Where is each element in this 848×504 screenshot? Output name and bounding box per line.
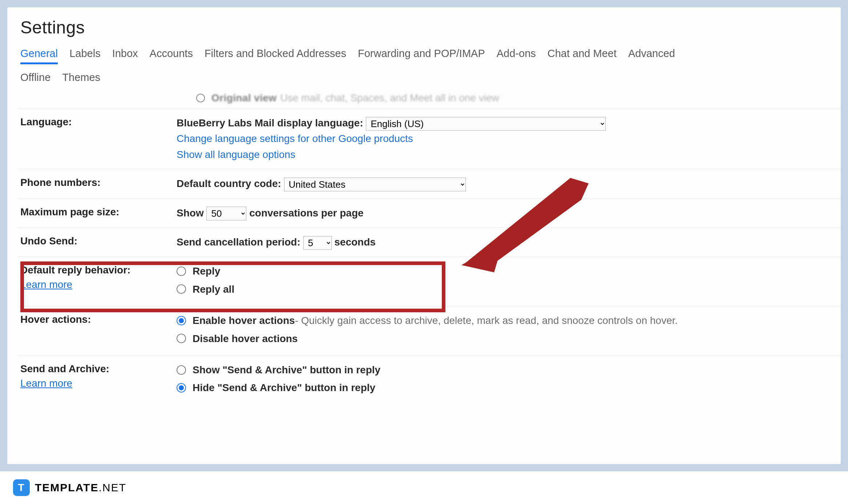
hover-value: Enable hover actions - Quickly gain acce… — [177, 313, 828, 349]
reply-value: Reply Reply all — [177, 263, 828, 299]
reply-label: Default reply behavior: — [20, 264, 130, 276]
footer-brand-bar: T TEMPLATE.NET — [0, 471, 848, 504]
reply-all-radio[interactable] — [177, 284, 186, 294]
tabs-row-2: Offline Themes — [20, 69, 828, 92]
show-all-language-link[interactable]: Show all language options — [177, 149, 295, 160]
row-hover-actions: Hover actions: Enable hover actions - Qu… — [18, 306, 841, 355]
page-size-value: Show 50 conversations per page — [177, 205, 828, 221]
country-code-select[interactable]: United States — [284, 178, 466, 191]
reply-label-col: Default reply behavior: Learn more — [20, 263, 177, 292]
row-language: Language: BlueBerry Labs Mail display la… — [18, 108, 841, 169]
cutoff-desc: Use mail, chat, Spaces, and Meet all in … — [280, 92, 499, 104]
enable-hover-desc: - Quickly gain access to archive, delete… — [295, 313, 678, 328]
tab-inbox[interactable]: Inbox — [112, 48, 138, 64]
tab-labels[interactable]: Labels — [69, 48, 100, 64]
tab-offline[interactable]: Offline — [20, 72, 51, 86]
footer-brand-tld: .NET — [98, 481, 126, 493]
phone-label: Phone numbers: — [20, 176, 177, 190]
language-label: Language: — [20, 115, 177, 129]
footer-logo-icon: T — [13, 479, 30, 496]
page-size-select[interactable]: 50 — [206, 207, 246, 220]
tab-accounts[interactable]: Accounts — [150, 48, 193, 64]
footer-brand-strong: TEMPLATE — [35, 481, 98, 493]
tab-forwarding[interactable]: Forwarding and POP/IMAP — [358, 48, 485, 64]
undo-send-label: Undo Send: — [20, 234, 177, 248]
phone-value: Default country code: United States — [177, 176, 828, 191]
row-phone: Phone numbers: Default country code: Uni… — [18, 169, 841, 198]
hover-label: Hover actions: — [20, 313, 177, 326]
settings-body: Original view Use mail, chat, Spaces, an… — [20, 92, 828, 405]
tab-filters[interactable]: Filters and Blocked Addresses — [205, 48, 346, 64]
row-send-archive: Send and Archive: Learn more Show "Send … — [18, 355, 841, 405]
undo-send-prefix: Send cancellation period: — [177, 236, 300, 248]
send-archive-value: Show "Send & Archive" button in reply Hi… — [177, 362, 828, 398]
language-prefix: BlueBerry Labs Mail display language: — [177, 117, 363, 129]
send-archive-label-col: Send and Archive: Learn more — [20, 362, 177, 390]
page-size-suffix: conversations per page — [249, 207, 363, 219]
language-value: BlueBerry Labs Mail display language: En… — [177, 115, 828, 162]
row-undo-send: Undo Send: Send cancellation period: 5 s… — [18, 227, 841, 256]
radio-icon[interactable] — [196, 94, 205, 102]
enable-hover-label: Enable hover actions — [193, 313, 295, 328]
undo-send-suffix: seconds — [334, 236, 376, 248]
undo-send-select[interactable]: 5 — [303, 236, 332, 250]
hide-send-archive-radio[interactable] — [177, 383, 186, 393]
row-page-size: Maximum page size: Show 50 conversations… — [18, 198, 841, 227]
disable-hover-radio[interactable] — [177, 334, 186, 343]
phone-prefix: Default country code: — [177, 178, 281, 189]
show-send-archive-label: Show "Send & Archive" button in reply — [193, 362, 380, 378]
hide-send-archive-label: Hide "Send & Archive" button in reply — [193, 380, 375, 395]
reply-option-reply: Reply — [193, 263, 220, 279]
send-archive-label: Send and Archive: — [20, 363, 109, 374]
send-archive-learn-more-link[interactable]: Learn more — [20, 377, 177, 390]
page-title: Settings — [20, 17, 828, 37]
tab-themes[interactable]: Themes — [62, 72, 100, 86]
enable-hover-radio[interactable] — [177, 316, 186, 325]
undo-send-value: Send cancellation period: 5 seconds — [177, 234, 828, 250]
cutoff-label: Original view — [211, 92, 276, 104]
page-size-prefix: Show — [177, 207, 204, 219]
tab-addons[interactable]: Add-ons — [497, 48, 536, 64]
tabs-row-1: General Labels Inbox Accounts Filters an… — [20, 41, 828, 69]
page-size-label: Maximum page size: — [20, 205, 177, 219]
tab-general[interactable]: General — [20, 48, 58, 64]
disable-hover-label: Disable hover actions — [193, 331, 298, 346]
tab-advanced[interactable]: Advanced — [628, 48, 675, 64]
reply-option-reply-all: Reply all — [193, 281, 234, 297]
language-select[interactable]: English (US) — [366, 117, 606, 131]
tab-chat-meet[interactable]: Chat and Meet — [548, 48, 617, 64]
settings-panel: Settings General Labels Inbox Accounts F… — [7, 7, 841, 464]
cutoff-row: Original view Use mail, chat, Spaces, an… — [20, 92, 828, 108]
show-send-archive-radio[interactable] — [177, 365, 186, 375]
row-reply-behavior: Default reply behavior: Learn more Reply… — [18, 256, 841, 306]
reply-radio[interactable] — [177, 267, 186, 276]
reply-learn-more-link[interactable]: Learn more — [20, 278, 177, 292]
change-language-link[interactable]: Change language settings for other Googl… — [177, 133, 413, 144]
footer-brand: TEMPLATE.NET — [35, 481, 126, 494]
